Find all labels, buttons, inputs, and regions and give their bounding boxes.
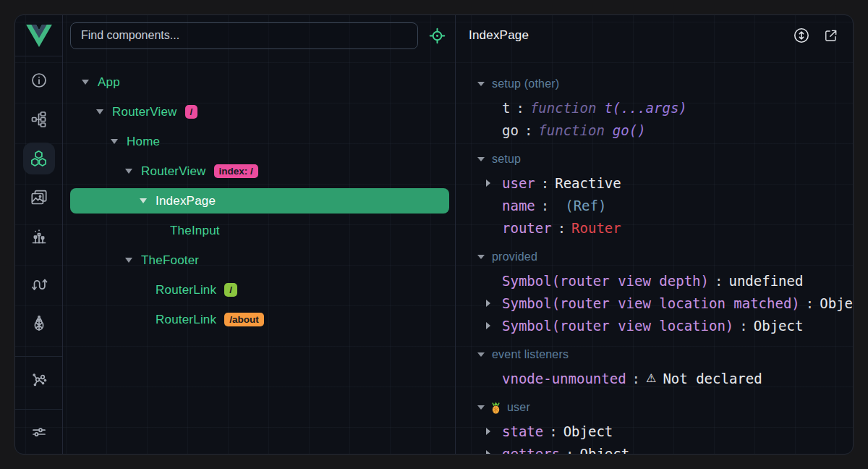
expand-toggle[interactable]	[125, 258, 141, 263]
chevron-right-icon[interactable]	[486, 300, 490, 307]
sidebar-item-components[interactable]	[20, 139, 59, 178]
state-key: router	[502, 220, 552, 236]
chevron-down-icon	[477, 157, 485, 161]
active-highlight	[23, 143, 55, 174]
section-header[interactable]: event listeners	[456, 342, 853, 367]
sidebar	[15, 15, 63, 454]
state-item[interactable]: vnode-unmounted:⚠Not declared	[456, 367, 853, 389]
search-box	[70, 22, 418, 49]
settings-sliders-icon	[30, 423, 48, 441]
state-key: Symbol(router view location matched)	[502, 295, 800, 311]
component-tree-panel: App RouterView / Home RouterView index: …	[63, 15, 456, 454]
state-item[interactable]: t:functiont(...args)	[456, 96, 853, 119]
chevron-down-icon	[96, 109, 103, 114]
state-section: user state:Object getters:Object	[456, 395, 853, 454]
chevron-down-icon	[125, 169, 132, 174]
tree-row[interactable]: Home	[70, 127, 449, 156]
state-item[interactable]: Symbol(router view depth):undefined	[456, 269, 853, 292]
state-item[interactable]: state:Object	[456, 420, 853, 442]
inspector-panel: IndexPage setup (other)	[456, 15, 853, 454]
search-input[interactable]	[70, 22, 418, 49]
sidebar-divider	[15, 356, 62, 357]
component-name: RouterLink	[156, 313, 216, 327]
component-name: App	[98, 75, 120, 90]
devtools-window: App RouterView / Home RouterView index: …	[14, 14, 854, 455]
state-key: getters	[502, 446, 560, 455]
select-component-target-icon[interactable]	[428, 27, 446, 45]
component-name: RouterLink	[156, 283, 216, 297]
state-item[interactable]: name:(Ref)	[456, 194, 853, 216]
sidebar-item-settings[interactable]	[20, 413, 59, 452]
state-section: event listeners vnode-unmounted:⚠Not dec…	[456, 342, 853, 389]
sidebar-item-info[interactable]	[20, 61, 59, 100]
sidebar-item-assets[interactable]	[20, 178, 59, 217]
state-value: Router	[571, 220, 621, 236]
section-header[interactable]: setup	[456, 147, 853, 172]
sidebar-item-pinia[interactable]	[20, 304, 59, 343]
state-value: Reactive	[555, 175, 621, 191]
tree-row[interactable]: RouterView /	[70, 97, 449, 127]
expand-toggle[interactable]	[96, 109, 112, 114]
component-name: RouterView	[141, 164, 206, 179]
state-key: name	[502, 198, 535, 214]
expand-toggle[interactable]	[111, 139, 127, 144]
router-icon	[30, 276, 48, 293]
assets-icon	[30, 189, 48, 206]
state-value: Object	[580, 446, 630, 455]
chevron-right-icon[interactable]	[486, 428, 490, 435]
component-tree: App RouterView / Home RouterView index: …	[63, 56, 455, 454]
sidebar-item-timeline[interactable]	[20, 217, 59, 256]
scroll-to-component-icon[interactable]	[793, 27, 810, 44]
state-key: t	[502, 100, 510, 116]
inspector-content: setup (other) t:functiont(...args) go:fu…	[456, 56, 853, 454]
open-in-editor-icon[interactable]	[823, 28, 838, 43]
tree-row[interactable]: RouterView index: /	[70, 156, 449, 186]
info-icon	[30, 72, 48, 89]
component-name: Home	[127, 135, 160, 149]
section-header[interactable]: user	[456, 395, 853, 420]
sidebar-divider	[15, 409, 62, 410]
section-header[interactable]: provided	[456, 245, 853, 269]
section-header[interactable]: setup (other)	[456, 72, 853, 96]
expand-toggle[interactable]	[82, 80, 98, 85]
state-item[interactable]: getters:Object	[456, 442, 853, 454]
tree-row[interactable]: TheFooter	[70, 245, 449, 275]
sidebar-item-components-tree[interactable]	[20, 100, 59, 139]
chevron-right-icon[interactable]	[486, 322, 490, 329]
vue-logo[interactable]	[15, 15, 62, 56]
tree-row[interactable]: RouterLink /about	[70, 305, 449, 334]
state-value: Object	[563, 423, 613, 439]
sidebar-item-graph[interactable]	[20, 360, 59, 399]
expand-toggle[interactable]	[140, 198, 156, 203]
state-value: Object	[754, 318, 804, 334]
chevron-down-icon	[140, 198, 147, 203]
ref-tag: (Ref)	[565, 198, 606, 214]
state-item[interactable]: Symbol(router view location):Object	[456, 314, 853, 337]
tree-row[interactable]: RouterLink /	[70, 275, 449, 305]
chevron-down-icon	[477, 405, 485, 410]
state-item[interactable]: go:functiongo()	[456, 119, 853, 141]
state-item[interactable]: Symbol(router view location matched):Obj…	[456, 292, 853, 314]
state-section: setup (other) t:functiont(...args) go:fu…	[456, 72, 853, 141]
chevron-right-icon[interactable]	[486, 450, 490, 455]
vue-logo-icon	[26, 25, 52, 47]
state-value: Not declared	[663, 371, 762, 386]
tree-row[interactable]: App	[70, 67, 449, 97]
chevron-right-icon[interactable]	[486, 179, 490, 187]
state-item[interactable]: router:Router	[456, 216, 853, 239]
chevron-down-icon	[477, 255, 485, 259]
component-name: RouterView	[112, 105, 177, 119]
chevron-down-icon	[111, 139, 118, 144]
tree-row-selected[interactable]: IndexPage	[70, 188, 449, 214]
sidebar-item-router[interactable]	[20, 265, 59, 304]
tree-panel-header	[63, 15, 455, 56]
timeline-mixer-icon	[30, 228, 48, 245]
state-key: Symbol(router view depth)	[502, 273, 709, 289]
tree-row[interactable]: TheInput	[70, 216, 449, 245]
inspected-component-title: IndexPage	[469, 28, 529, 43]
state-item[interactable]: user:Reactive	[456, 172, 853, 194]
function-keyword: function	[538, 122, 605, 138]
route-badge: /	[185, 105, 198, 119]
expand-toggle[interactable]	[125, 169, 141, 174]
route-badge: /about	[224, 313, 264, 326]
